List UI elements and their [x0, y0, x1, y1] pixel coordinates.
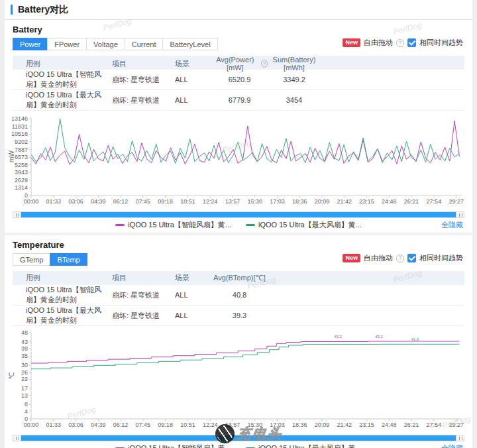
legend-item[interactable]: iQOO 15 Ultra【智能风扇】黄... [115, 443, 231, 448]
svg-text:℃: ℃ [9, 372, 15, 379]
table-row[interactable]: iQOO 15 Ultra【智能风扇】黄金的时刻 崩坏: 星穹铁道 ALL 40… [13, 285, 464, 306]
svg-text:27:54: 27:54 [427, 421, 442, 428]
legend-item[interactable]: iQOO 15 Ultra【最大风扇】黄... [246, 220, 362, 230]
battery-section: Battery Power FPower Voltage Current Bat… [5, 20, 472, 233]
svg-text:21:42: 21:42 [337, 198, 352, 205]
svg-text:9202: 9202 [15, 139, 28, 145]
svg-text:07:45: 07:45 [136, 198, 151, 205]
cell-sum-battery: 3454 [268, 96, 321, 104]
svg-text:12:24: 12:24 [203, 421, 218, 428]
cell-project: 崩坏: 星穹铁道 [112, 75, 175, 85]
scrollbar-left-handle-icon[interactable] [13, 212, 21, 217]
cell-scene: ALL [175, 96, 211, 104]
svg-text:15:30: 15:30 [247, 421, 262, 428]
battery-tabrow: Power FPower Voltage Current BatteryLeve… [13, 37, 464, 50]
svg-text:27:54: 27:54 [427, 198, 442, 205]
svg-text:06:12: 06:12 [113, 421, 129, 428]
scrollbar-track[interactable] [21, 212, 456, 217]
cell-usecase: iQOO 15 Ultra【智能风扇】黄金的时刻 [26, 285, 112, 305]
battery-table-header: 用例 项目 场景 Avg(Power) [mW]? Sum(Battery)[m… [13, 56, 464, 70]
svg-text:06:12: 06:12 [113, 198, 129, 205]
help-icon[interactable]: ? [261, 60, 268, 68]
btemp-chart[interactable]: 04813172226303539434800:0001:3303:0604:3… [9, 329, 464, 432]
svg-text:04:39: 04:39 [91, 421, 106, 428]
table-row[interactable]: iQOO 15 Ultra【智能风扇】黄金的时刻 崩坏: 星穹铁道 ALL 65… [13, 70, 464, 90]
scrollbar-track[interactable] [21, 435, 456, 441]
svg-text:39: 39 [21, 345, 28, 352]
svg-text:43.2: 43.2 [335, 335, 343, 339]
power-line-chart[interactable]: 0131426293943525865737887920210516118311… [9, 113, 464, 206]
page-title: Battery对比 [18, 4, 68, 16]
cell-scene: ALL [175, 76, 211, 84]
table-row[interactable]: iQOO 15 Ultra【最大风扇】黄金的时刻 崩坏: 星穹铁道 ALL 39… [13, 306, 464, 326]
main-page: Battery对比 Battery Power FPower Voltage C… [5, 0, 472, 448]
power-chart[interactable]: 0131426293943525865737887920210516118311… [9, 113, 464, 209]
tab-batterylevel[interactable]: BatteryLevel [162, 38, 217, 50]
new-badge: New [343, 38, 360, 47]
svg-text:1314: 1314 [15, 184, 28, 191]
temperature-legend: iQOO 15 Ultra【智能风扇】黄... iQOO 15 Ultra【最大… [13, 443, 464, 448]
cell-usecase: iQOO 15 Ultra【最大风扇】黄金的时刻 [26, 306, 112, 325]
svg-text:03:06: 03:06 [68, 421, 83, 428]
legend-item[interactable]: iQOO 15 Ultra【智能风扇】黄... [115, 220, 231, 230]
svg-text:04:39: 04:39 [91, 198, 106, 205]
legend-color-swatch [115, 224, 125, 226]
svg-text:20:09: 20:09 [315, 198, 330, 205]
col-avg-power: Avg(Power) [mW]? [211, 56, 268, 72]
svg-text:20:09: 20:09 [315, 421, 330, 428]
legend-label: iQOO 15 Ultra【最大风扇】黄... [258, 443, 362, 448]
cell-project: 崩坏: 星穹铁道 [112, 290, 175, 300]
sync-time-checkbox[interactable] [407, 254, 416, 262]
free-drag-label: 自由拖动 [364, 38, 393, 48]
legend-item[interactable]: iQOO 15 Ultra【最大风扇】黄... [246, 443, 362, 448]
tab-fpower[interactable]: FPower [47, 38, 87, 50]
temperature-controls: New 自由拖动 ? 相同时间趋势 [343, 253, 463, 263]
scrollbar-right-handle-icon[interactable] [456, 435, 464, 441]
cell-usecase: iQOO 15 Ultra【智能风扇】黄金的时刻 [26, 70, 112, 89]
scrollbar-left-handle-icon[interactable] [13, 435, 21, 441]
hide-all-link[interactable]: 全隐藏 [441, 220, 463, 230]
svg-text:22: 22 [21, 376, 28, 382]
svg-text:2629: 2629 [15, 177, 28, 184]
svg-text:26: 26 [21, 369, 28, 376]
svg-text:13:57: 13:57 [225, 198, 240, 205]
hide-all-link[interactable]: 全隐藏 [441, 443, 463, 448]
svg-text:09:18: 09:18 [158, 198, 173, 205]
svg-text:43: 43 [21, 339, 28, 345]
tab-current[interactable]: Current [125, 38, 164, 50]
battery-section-title: Battery [13, 24, 464, 36]
col-project: 项目 [112, 273, 175, 283]
cell-usecase: iQOO 15 Ultra【最大风扇】黄金的时刻 [26, 90, 112, 110]
legend-label: iQOO 15 Ultra【最大风扇】黄... [258, 220, 362, 230]
svg-text:3943: 3943 [15, 169, 28, 176]
tab-btemp[interactable]: BTemp [50, 253, 87, 266]
table-row[interactable]: iQOO 15 Ultra【最大风扇】黄金的时刻 崩坏: 星穹铁道 ALL 67… [13, 90, 464, 111]
sync-time-checkbox[interactable] [407, 38, 416, 47]
temperature-section: Temperature GTemp BTemp New 自由拖动 ? 相同时间趋… [5, 235, 472, 448]
help-icon[interactable]: ? [396, 39, 404, 47]
tab-voltage[interactable]: Voltage [86, 38, 125, 50]
battery-controls: New 自由拖动 ? 相同时间趋势 [343, 38, 463, 48]
svg-text:23:15: 23:15 [359, 198, 374, 205]
btemp-line-chart[interactable]: 04813172226303539434800:0001:3303:0604:3… [9, 329, 464, 429]
svg-text:18:36: 18:36 [292, 198, 307, 205]
help-icon[interactable]: ? [396, 254, 404, 262]
new-badge: New [343, 254, 360, 262]
power-chart-scrollbar[interactable] [13, 211, 464, 218]
col-project: 项目 [112, 59, 175, 69]
scrollbar-right-handle-icon[interactable] [456, 212, 464, 217]
svg-text:6573: 6573 [15, 154, 28, 160]
col-scene: 场景 [175, 273, 211, 283]
btemp-chart-scrollbar[interactable] [13, 435, 464, 441]
svg-text:mW: mW [9, 150, 15, 162]
col-sum-battery: Sum(Battery)[mWh] [268, 56, 321, 72]
legend-label: iQOO 15 Ultra【智能风扇】黄... [128, 443, 231, 448]
tab-power[interactable]: Power [13, 38, 48, 50]
svg-text:10:51: 10:51 [180, 198, 195, 205]
tab-gtemp[interactable]: GTemp [13, 253, 50, 266]
sync-time-label: 相同时间趋势 [419, 38, 463, 48]
svg-text:09:18: 09:18 [158, 421, 173, 428]
legend-label: iQOO 15 Ultra【智能风扇】黄... [128, 220, 231, 230]
svg-text:07:45: 07:45 [136, 421, 151, 428]
col-scene: 场景 [175, 59, 211, 69]
